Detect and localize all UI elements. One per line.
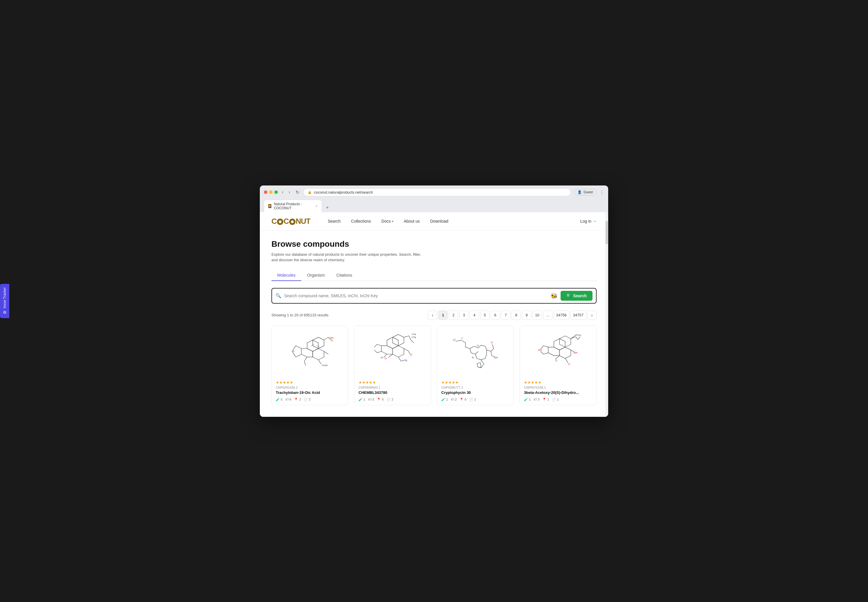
browser-window: ‹ › ↻ 🔒 coconut.naturalproducts.net/sear… [260,186,608,417]
new-tab-button[interactable]: + [323,203,332,212]
logo-text: C C NUT [272,217,310,226]
compound-stars-2: ★★★★★ [358,380,427,385]
user-icon: 👤 [578,190,582,194]
reload-button[interactable]: ↻ [294,189,300,196]
svg-marker-23 [381,346,393,354]
tab-molecules[interactable]: Molecules [272,270,301,281]
forward-button[interactable]: › [287,189,291,195]
search-box: 🔍 🐝 🔍 Search [272,288,596,304]
doc-icon-3: 📄 [469,398,473,401]
svg-line-61 [476,351,478,354]
results-bar: Showing 1 to 20 of 695133 results ‹ 1 2 … [272,310,596,320]
svg-line-5 [296,354,301,357]
svg-line-34 [389,354,393,358]
meta-tag-4: 🏷 3 [533,398,539,401]
meta-location-3: 📍 0 [459,398,466,401]
svg-line-12 [318,359,321,364]
search-button[interactable]: 🔍 Search [561,291,593,301]
scrollbar-thumb[interactable] [605,221,608,244]
next-page-button[interactable]: › [587,310,596,320]
nav-collections[interactable]: Collections [351,219,371,224]
svg-line-64 [481,358,485,359]
svg-line-81 [544,346,548,347]
more-options-button[interactable]: ⋮ [599,190,604,195]
login-button[interactable]: Log in → [580,219,596,224]
svg-line-4 [296,346,301,349]
scrollbar[interactable] [605,212,608,417]
meta-location-4: 📍 1 [542,398,549,401]
svg-line-6 [293,346,296,350]
svg-line-82 [544,353,548,354]
page-2-button[interactable]: 2 [449,310,458,320]
page-subtitle: Explore our database of natural products… [272,252,422,263]
compounds-grid: OH O (±) CO₂H ★★★★★ CNP0281436.2 Trachyl… [272,326,596,405]
meta-location-1: 📍 2 [294,398,301,401]
content-tabs: Molecules Organism Citations [272,270,596,281]
svg-line-48 [465,347,470,348]
meta-flask-1: 🧪 5 [276,398,283,401]
svg-line-30 [409,336,411,340]
active-tab[interactable]: 🥥 Natural Products - COCONUT × [264,200,322,212]
flask-icon: 🧪 [276,398,280,401]
molecule-structure-4: HO OH =CH₂ O O [520,326,596,377]
tag-icon: 🏷 [285,398,289,401]
page-7-button[interactable]: 7 [501,310,510,320]
nav-docs[interactable]: Docs ▾ [381,219,393,224]
location-icon: 📍 [294,398,298,401]
back-button[interactable]: ‹ [281,189,284,195]
meta-doc-4: 📄 1 [552,398,559,401]
page-1-button[interactable]: 1 [438,310,448,320]
page-6-button[interactable]: 6 [491,310,500,320]
svg-line-62 [476,354,477,358]
site-logo[interactable]: C C NUT [272,217,310,226]
url-text: coconut.naturalproducts.net/search [314,190,373,195]
compound-image-3: Cl O OH N O O [437,326,513,377]
page-3-button[interactable]: 3 [459,310,469,320]
tab-organism[interactable]: Organism [301,270,331,281]
meta-tag-3: 🏷 2 [451,398,457,401]
nav-download[interactable]: Download [430,219,448,224]
issue-tracker[interactable]: ⚙ Issue Tracker [0,284,9,318]
prev-page-button[interactable]: ‹ [428,310,437,320]
chevron-down-icon: ▾ [392,220,393,223]
page-8-button[interactable]: 8 [512,310,521,320]
tab-citations[interactable]: Citations [331,270,358,281]
page-9-button[interactable]: 9 [522,310,531,320]
main-content: Browse compounds Explore our database of… [260,231,608,417]
page-10-button[interactable]: 10 [532,310,542,320]
svg-line-33 [401,359,406,361]
close-button[interactable] [264,190,267,194]
tab-title: Natural Products - COCONUT [274,202,312,210]
guest-button[interactable]: 👤 Guest [574,189,596,196]
fullscreen-button[interactable] [274,190,278,194]
bee-icon[interactable]: 🐝 [550,292,558,299]
page-4-button[interactable]: 4 [470,310,479,320]
compound-card-2[interactable]: N O N CH₃ CH₃ · O ★★★★★ CNP0599643.1 CHE… [354,326,431,405]
doc-icon: 📄 [304,398,308,401]
address-bar[interactable]: 🔒 coconut.naturalproducts.net/search [303,188,571,196]
compound-info-4: ★★★★★ CNP0570108.1 3beta-Acetoxy-20(S)-D… [520,377,596,405]
svg-text:O: O [461,336,463,339]
tag-icon-2: 🏷 [368,398,371,401]
minimize-button[interactable] [269,190,273,194]
page-title: Browse compounds [272,240,596,249]
svg-line-35 [411,340,414,343]
search-input[interactable] [284,293,547,298]
compound-card-3[interactable]: Cl O OH N O O ★★★★★ CNP0396777.1 Cryptop… [437,326,514,405]
svg-line-25 [377,344,381,346]
svg-line-53 [485,346,487,350]
svg-text:N: N [381,356,383,359]
page-34757-button[interactable]: 34757 [570,310,586,320]
page-content: C C NUT Search Collections Docs ▾ About … [260,212,608,417]
page-34756-button[interactable]: 34756 [554,310,569,320]
nav-search[interactable]: Search [328,219,341,224]
svg-text:O: O [555,359,558,362]
nav-about[interactable]: About us [404,219,420,224]
meta-flask-3: 🧪 1 [441,398,448,401]
compound-card-4[interactable]: HO OH =CH₂ O O ★★★★★ CNP0570108.1 3beta-… [520,326,596,405]
page-5-button[interactable]: 5 [480,310,489,320]
tab-close-button[interactable]: × [316,204,318,208]
compound-info-3: ★★★★★ CNP0396777.1 Cryptophycin 30 🧪 1 🏷… [437,377,513,405]
compound-card-1[interactable]: OH O (±) CO₂H ★★★★★ CNP0281436.2 Trachyl… [272,326,348,405]
svg-line-9 [324,337,328,340]
